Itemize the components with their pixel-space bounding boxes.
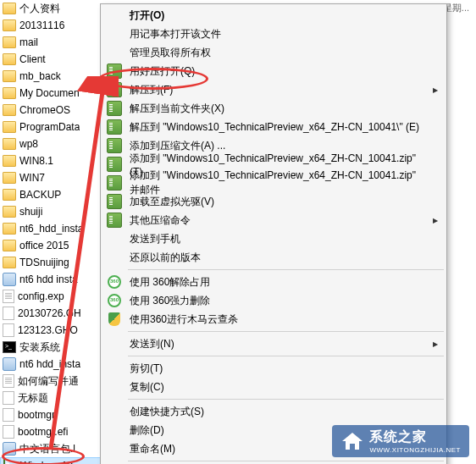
watermark-url: WWW.XITONGZHIJIA.NET bbox=[369, 446, 461, 454]
menu-send-phone[interactable]: 发送到手机 bbox=[102, 229, 445, 248]
menu-360-unlock[interactable]: 使用 360解除占用 bbox=[102, 273, 445, 291]
360-icon bbox=[108, 275, 121, 289]
file-item[interactable]: WIN7 bbox=[0, 169, 110, 186]
file-label: 无标题 bbox=[18, 391, 48, 406]
file-label: 20131116 bbox=[19, 19, 64, 31]
file-item[interactable]: 123123.GHO bbox=[0, 322, 110, 339]
menu-send-to[interactable]: 发送到(N) bbox=[102, 334, 445, 353]
file-item[interactable]: 个人资料 bbox=[0, 0, 110, 17]
file-item[interactable]: nt6 hdd_insta bbox=[0, 356, 110, 373]
menu-extract-here[interactable]: 解压到当前文件夹(X) bbox=[102, 99, 445, 118]
file-item[interactable]: 安装系统 bbox=[0, 339, 110, 356]
zip-icon bbox=[107, 213, 122, 228]
file-label: mail bbox=[19, 36, 38, 48]
menu-create-shortcut[interactable]: 创建快捷方式(S) bbox=[102, 402, 445, 421]
file-label: bootmgr.efi bbox=[18, 426, 68, 438]
file-item[interactable]: nt6 hdd insta bbox=[0, 271, 110, 288]
menu-separator bbox=[128, 461, 444, 461]
file-item[interactable]: WIN8.1 bbox=[0, 152, 110, 169]
zip-icon bbox=[107, 82, 122, 97]
folder-icon bbox=[3, 36, 16, 48]
menu-copy[interactable]: 复制(C) bbox=[102, 378, 445, 396]
context-menu: 打开(O) 用记事本打开该文件 管理员取得所有权 用好压打开(Q) 解压到(F)… bbox=[100, 3, 447, 464]
file-label: nt6_hdd_insta bbox=[19, 223, 83, 235]
file-item[interactable]: bootmgr.efi bbox=[0, 423, 110, 440]
watermark-title: 系统之家 bbox=[369, 428, 461, 446]
file-label: nt6 hdd insta bbox=[19, 273, 78, 285]
menu-separator bbox=[128, 269, 444, 270]
file-label: TDSnuijing bbox=[19, 257, 69, 268]
360-icon bbox=[108, 294, 121, 307]
folder-icon bbox=[3, 189, 16, 201]
file-item[interactable]: ProgramData bbox=[0, 119, 110, 135]
file-label: shuiji bbox=[19, 206, 42, 218]
menu-360-force-delete[interactable]: 使用 360强力删除 bbox=[102, 291, 445, 310]
menu-haozip-open[interactable]: 用好压打开(Q) bbox=[102, 62, 445, 80]
file-item[interactable]: 中文语言包.l bbox=[0, 440, 110, 457]
folder-icon bbox=[3, 240, 16, 251]
menu-extract-to[interactable]: 解压到(F) bbox=[102, 80, 445, 99]
file-item[interactable]: wp8 bbox=[0, 135, 110, 152]
file-item[interactable]: BACKUP bbox=[0, 186, 110, 203]
file-icon bbox=[3, 425, 14, 439]
file-item[interactable]: config.exp bbox=[0, 288, 110, 305]
folder-icon bbox=[3, 87, 16, 99]
watermark: 系统之家 WWW.XITONGZHIJIA.NET bbox=[332, 425, 469, 457]
file-label: My Documen bbox=[19, 87, 80, 99]
menu-extract-folder[interactable]: 解压到 "Windows10_TechnicalPreview_x64_ZH-C… bbox=[102, 118, 445, 136]
file-item[interactable]: 如何编写并通 bbox=[0, 373, 110, 389]
file-item[interactable]: nt6_hdd_insta bbox=[0, 220, 110, 237]
folder-icon bbox=[3, 70, 16, 82]
menu-admin-ownership[interactable]: 管理员取得所有权 bbox=[102, 43, 445, 62]
file-label: mb_back bbox=[19, 70, 61, 82]
file-item[interactable]: 20130726.GH bbox=[0, 305, 110, 322]
folder-icon bbox=[3, 19, 16, 31]
ghost-icon bbox=[3, 307, 14, 320]
zip-icon bbox=[3, 459, 17, 464]
file-label: config.exp bbox=[18, 290, 64, 302]
file-label: Client bbox=[19, 53, 46, 65]
file-label: ProgramData bbox=[19, 121, 80, 133]
file-label: 123123.GHO bbox=[18, 324, 78, 336]
file-item[interactable]: Windows10 bbox=[0, 457, 110, 464]
folder-icon bbox=[3, 138, 16, 150]
exe-icon bbox=[3, 357, 16, 371]
file-item[interactable]: office 2015 bbox=[0, 237, 110, 254]
exe-icon bbox=[3, 273, 16, 286]
folder-icon bbox=[3, 155, 16, 167]
unknown-icon bbox=[3, 391, 14, 405]
file-item[interactable]: 无标题 bbox=[0, 389, 110, 406]
file-label: wp8 bbox=[19, 138, 38, 150]
file-item[interactable]: ChromeOS bbox=[0, 102, 110, 119]
file-label: 中文语言包.l bbox=[19, 442, 75, 456]
file-label: ChromeOS bbox=[19, 104, 70, 116]
menu-other-compress[interactable]: 其他压缩命令 bbox=[102, 211, 445, 229]
menu-360-scan[interactable]: 使用360进行木马云查杀 bbox=[102, 310, 445, 329]
file-item[interactable]: mb_back bbox=[0, 68, 110, 85]
folder-icon bbox=[3, 3, 16, 14]
file-item[interactable]: mail bbox=[0, 34, 110, 51]
file-item[interactable]: TDSnuijing bbox=[0, 254, 110, 271]
file-item[interactable]: My Documen bbox=[0, 85, 110, 102]
file-item[interactable]: shuiji bbox=[0, 203, 110, 220]
text-icon bbox=[3, 374, 14, 388]
menu-cut[interactable]: 剪切(T) bbox=[102, 359, 445, 378]
file-item[interactable]: Client bbox=[0, 51, 110, 68]
menu-open-notepad[interactable]: 用记事本打开该文件 bbox=[102, 25, 445, 43]
house-icon bbox=[340, 431, 364, 451]
cmd-icon bbox=[3, 341, 16, 353]
file-label: 安装系统 bbox=[19, 340, 60, 355]
menu-restore-version[interactable]: 还原以前的版本 bbox=[102, 248, 445, 267]
file-item[interactable]: bootmgr bbox=[0, 406, 110, 423]
folder-icon bbox=[3, 257, 16, 268]
menu-add-mail[interactable]: 添加到 "Windows10_TechnicalPreview_x64_ZH-C… bbox=[102, 174, 445, 192]
menu-virtual-drive[interactable]: 加载至虚拟光驱(V) bbox=[102, 192, 445, 211]
zip-icon bbox=[107, 138, 122, 153]
exe-icon bbox=[3, 442, 16, 456]
folder-icon bbox=[3, 223, 16, 235]
file-item[interactable]: 20131116 bbox=[0, 17, 110, 34]
menu-separator bbox=[128, 399, 444, 400]
menu-open[interactable]: 打开(O) bbox=[102, 6, 445, 25]
zip-icon bbox=[107, 119, 122, 135]
file-label: 如何编写并通 bbox=[18, 374, 79, 389]
